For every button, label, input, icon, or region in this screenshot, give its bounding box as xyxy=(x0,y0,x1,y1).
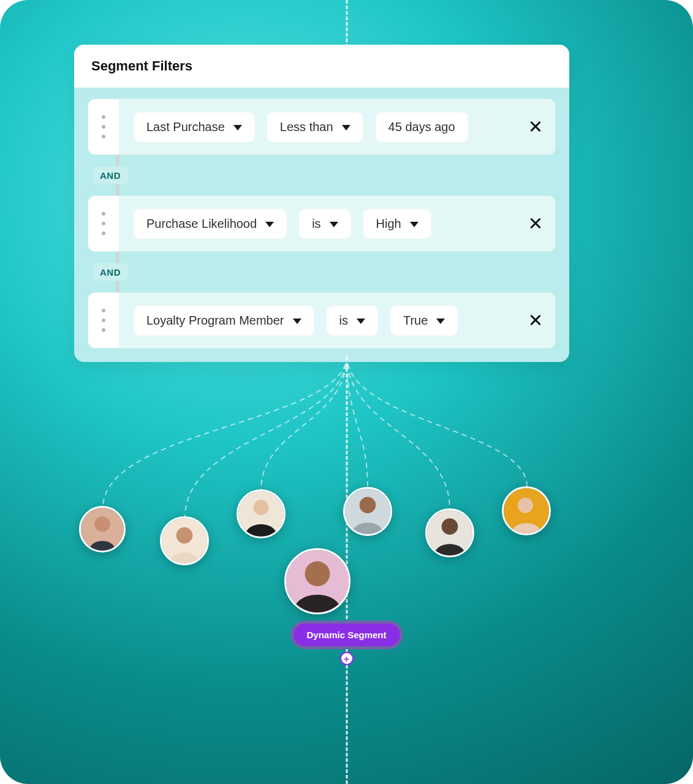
close-col xyxy=(516,215,555,232)
avatar xyxy=(160,516,209,565)
drag-dot-icon xyxy=(102,232,105,235)
value-input[interactable]: 45 days ago xyxy=(376,112,468,142)
chevron-down-icon xyxy=(330,222,338,227)
close-col xyxy=(516,118,555,135)
chevron-down-icon xyxy=(436,318,445,324)
avatar xyxy=(237,489,286,538)
avatar xyxy=(425,508,474,557)
and-operator-badge[interactable]: AND xyxy=(93,263,128,281)
remove-filter-button[interactable] xyxy=(527,215,544,232)
operator-label: is xyxy=(312,217,320,231)
filter-row: Loyalty Program Member is True xyxy=(88,292,556,349)
drag-dot-icon xyxy=(102,309,105,312)
value-label: True xyxy=(403,314,428,328)
svg-point-3 xyxy=(176,527,193,544)
drag-dot-icon xyxy=(102,222,105,225)
filter-pills: Last Purchase Less than 45 days ago xyxy=(119,112,516,142)
filter-pills: Purchase Likelihood is High xyxy=(119,209,516,239)
chevron-down-icon xyxy=(410,222,418,227)
field-label: Purchase Likelihood xyxy=(146,217,257,231)
operator-label: is xyxy=(339,314,348,328)
drag-dot-icon xyxy=(102,135,105,138)
avatar xyxy=(79,506,126,552)
avatar-center xyxy=(284,548,350,614)
svg-point-1 xyxy=(94,516,110,532)
drag-handle[interactable] xyxy=(88,293,119,348)
filter-row: Purchase Likelihood is High xyxy=(88,195,556,252)
chevron-down-icon xyxy=(342,125,350,130)
operator-row: AND xyxy=(88,252,556,292)
segment-filters-card: Segment Filters Last Purchase Less tha xyxy=(74,45,569,362)
value-label: High xyxy=(376,217,401,231)
operator-label: Less than xyxy=(280,120,333,134)
canvas: Segment Filters Last Purchase Less tha xyxy=(0,0,693,784)
field-label: Last Purchase xyxy=(146,120,225,134)
and-operator-badge[interactable]: AND xyxy=(93,167,128,184)
filter-row: Last Purchase Less than 45 days ago xyxy=(88,99,556,155)
card-header: Segment Filters xyxy=(74,45,569,88)
drag-dot-icon xyxy=(102,328,105,332)
remove-filter-button[interactable] xyxy=(527,118,544,135)
field-select[interactable]: Last Purchase xyxy=(134,112,255,142)
drag-dot-icon xyxy=(102,125,105,129)
chevron-down-icon xyxy=(233,125,242,130)
filter-pills: Loyalty Program Member is True xyxy=(119,306,516,336)
card-body: Last Purchase Less than 45 days ago xyxy=(74,88,569,362)
chevron-down-icon xyxy=(293,318,301,324)
close-col xyxy=(516,312,555,329)
svg-point-9 xyxy=(442,518,458,535)
avatar xyxy=(343,487,392,536)
chevron-down-icon xyxy=(265,222,274,227)
card-title: Segment Filters xyxy=(91,58,552,74)
dynamic-segment-wrap: Dynamic Segment xyxy=(290,620,403,649)
field-select[interactable]: Loyalty Program Member xyxy=(134,306,314,336)
drag-dot-icon xyxy=(102,212,105,216)
add-node-button[interactable]: + xyxy=(340,652,354,665)
value-select[interactable]: High xyxy=(363,209,431,239)
svg-point-11 xyxy=(518,498,533,513)
operator-select[interactable]: Less than xyxy=(267,112,363,142)
operator-select[interactable]: is xyxy=(299,209,350,239)
drag-dot-icon xyxy=(102,115,105,119)
avatar xyxy=(502,486,551,535)
remove-filter-button[interactable] xyxy=(527,312,544,329)
operator-row: AND xyxy=(88,155,556,195)
drag-dot-icon xyxy=(102,318,105,322)
drag-handle[interactable] xyxy=(88,196,119,251)
svg-point-7 xyxy=(360,497,376,513)
dynamic-segment-button[interactable]: Dynamic Segment xyxy=(293,624,400,646)
svg-point-13 xyxy=(305,561,330,586)
chevron-down-icon xyxy=(357,318,365,324)
value-select[interactable]: True xyxy=(390,306,458,336)
operator-select[interactable]: is xyxy=(327,306,378,336)
svg-point-5 xyxy=(253,500,268,515)
field-select[interactable]: Purchase Likelihood xyxy=(134,209,287,239)
field-label: Loyalty Program Member xyxy=(146,314,284,328)
value-label: 45 days ago xyxy=(388,120,455,134)
drag-handle[interactable] xyxy=(88,99,119,154)
